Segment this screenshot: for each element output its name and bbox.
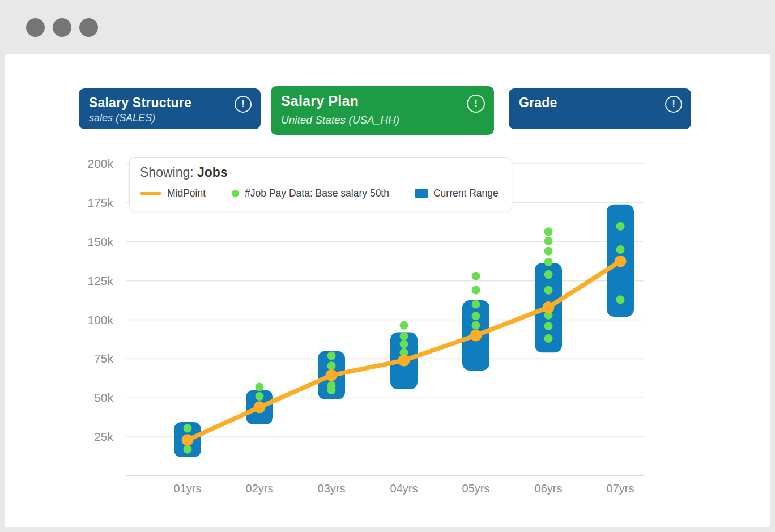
- window-control-dot[interactable]: [26, 18, 45, 37]
- filter-card-salary-structure[interactable]: Salary Structure sales (SALES) !: [79, 88, 261, 129]
- window-titlebar: [0, 0, 775, 54]
- svg-text:04yrs: 04yrs: [390, 482, 418, 495]
- showing-value: Jobs: [197, 165, 228, 180]
- svg-text:01yrs: 01yrs: [174, 482, 202, 495]
- svg-text:06yrs: 06yrs: [535, 482, 563, 495]
- legend-item-current-range[interactable]: Current Range: [415, 188, 499, 199]
- filter-card-subtitle: United States (USA_HH): [281, 114, 484, 126]
- svg-text:02yrs: 02yrs: [246, 482, 274, 495]
- svg-text:07yrs: 07yrs: [607, 482, 635, 495]
- svg-text:150k: 150k: [87, 235, 113, 248]
- svg-text:175k: 175k: [87, 196, 113, 209]
- svg-text:125k: 125k: [87, 274, 113, 287]
- midpoint-line-swatch-icon: [140, 192, 161, 195]
- svg-text:05yrs: 05yrs: [462, 482, 490, 495]
- filter-card-title: Salary Structure: [89, 95, 250, 110]
- legend-item-label: MidPoint: [167, 188, 206, 199]
- current-range-swatch-icon: [415, 189, 428, 198]
- info-exclamation-icon[interactable]: !: [665, 96, 682, 113]
- filter-card-subtitle: sales (SALES): [89, 112, 250, 124]
- svg-text:75k: 75k: [94, 352, 113, 365]
- filter-card-title: Salary Plan: [281, 93, 484, 109]
- svg-text:25k: 25k: [94, 430, 113, 443]
- svg-text:50k: 50k: [94, 391, 113, 404]
- info-exclamation-icon[interactable]: !: [467, 95, 485, 113]
- window-control-dot[interactable]: [79, 18, 98, 37]
- chart-legend: Showing: Jobs MidPoint #Job Pay Data: Ba…: [129, 157, 512, 211]
- legend-item-midpoint[interactable]: MidPoint: [140, 188, 206, 199]
- pay-data-dot-swatch-icon: [232, 190, 239, 197]
- svg-text:03yrs: 03yrs: [318, 482, 346, 495]
- legend-item-label: Current Range: [433, 188, 499, 199]
- filter-card-title: Grade: [519, 95, 681, 110]
- legend-item-job-pay-data[interactable]: #Job Pay Data: Base salary 50th: [232, 188, 389, 199]
- app-content: Salary Structure sales (SALES) ! Salary …: [5, 54, 770, 527]
- legend-item-label: #Job Pay Data: Base salary 50th: [245, 188, 389, 199]
- legend-row: MidPoint #Job Pay Data: Base salary 50th…: [140, 188, 501, 199]
- svg-text:200k: 200k: [87, 157, 113, 170]
- svg-text:100k: 100k: [87, 313, 113, 326]
- filter-card-salary-plan[interactable]: Salary Plan United States (USA_HH) !: [271, 86, 494, 135]
- window-control-dot[interactable]: [53, 18, 71, 37]
- filter-card-grade[interactable]: Grade !: [509, 88, 691, 129]
- info-exclamation-icon[interactable]: !: [235, 96, 252, 113]
- showing-label: Showing: Jobs: [140, 165, 501, 180]
